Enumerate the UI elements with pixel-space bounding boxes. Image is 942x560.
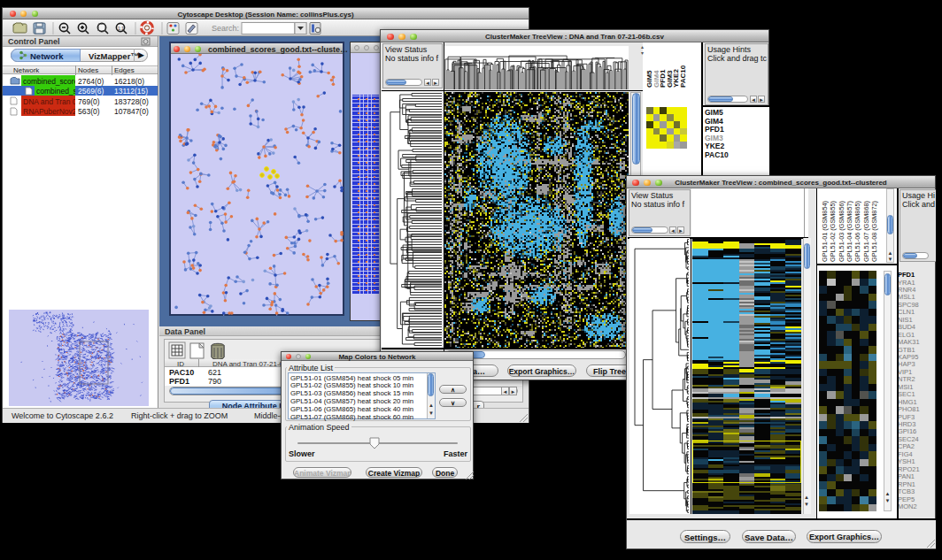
svg-text:Search:: Search:: [212, 24, 239, 33]
svg-text:1:1: 1:1: [118, 26, 124, 31]
svg-text:GPL51-06 (GSM865): GPL51-06 (GSM865): [853, 201, 861, 262]
svg-text:GPL51-03 (GSM856): GPL51-03 (GSM856): [838, 201, 845, 262]
svg-text:GPL51-04 (GSM857): GPL51-04 (GSM857): [845, 201, 853, 262]
svg-text:PAC10: PAC10: [679, 65, 687, 88]
svg-text:GPL51-01 (GSM854): GPL51-01 (GSM854): [821, 201, 829, 262]
svg-text:GPL51-08 (GSM872): GPL51-08 (GSM872): [870, 201, 878, 262]
svg-text:GPL51-02 (GSM855): GPL51-02 (GSM855): [829, 201, 837, 262]
svg-text:GPL51-07 (GSM868): GPL51-07 (GSM868): [862, 201, 870, 262]
